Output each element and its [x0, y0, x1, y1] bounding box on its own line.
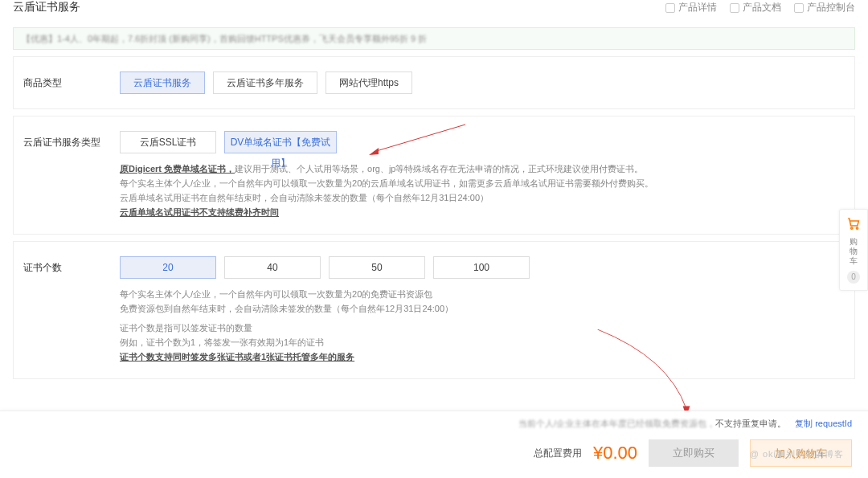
opt-product-proxy[interactable]: 网站代理https — [326, 71, 412, 94]
banner-text: 【优惠】1-4人、0年期起，7.6折封顶 (新购同享)，首购回馈HTTPS优惠券… — [22, 34, 427, 43]
link-label: 产品控制台 — [807, 1, 855, 14]
link-product-console[interactable]: 产品控制台 — [794, 1, 855, 14]
product-type-panel: 商品类型 云盾证书服务 云盾证书多年服务 网站代理https — [13, 56, 855, 109]
opt-count-50[interactable]: 50 — [329, 256, 425, 279]
link-label: 产品详情 — [678, 1, 717, 14]
add-to-cart-button[interactable]: 加入购物车 — [750, 439, 852, 467]
cert-count-label: 证书个数 — [23, 256, 120, 275]
cart-label: 购物车 — [840, 234, 867, 268]
service-type-desc: 原Digicert 免费单域名证书，建议用于测试、个人试用等场景，org、jp等… — [120, 161, 845, 219]
cert-count-desc: 每个实名主体个人/企业，一个自然年内可以领取一次数量为20的免费证书资源包 免费… — [120, 287, 845, 364]
cart-count: 0 — [847, 271, 860, 284]
service-type-label: 云盾证书服务类型 — [23, 131, 120, 149]
floating-cart[interactable]: 购物车 0 — [839, 209, 868, 291]
promo-banner: 【优惠】1-4人、0年期起，7.6折封顶 (新购同享)，首购回馈HTTPS优惠券… — [13, 27, 855, 50]
opt-product-multiyear[interactable]: 云盾证书多年服务 — [213, 71, 317, 94]
link-product-docs[interactable]: 产品文档 — [730, 1, 781, 14]
link-label: 产品文档 — [743, 1, 781, 14]
svg-point-2 — [851, 227, 853, 229]
link-product-detail[interactable]: 产品详情 — [665, 1, 717, 14]
product-type-label: 商品类型 — [23, 71, 120, 90]
service-type-panel: 云盾证书服务类型 云盾SSL证书 DV单域名证书【免费试用】 原Digicert… — [13, 116, 855, 235]
cert-count-panel: 证书个数 20 40 50 100 每个实名主体个人/企业，一个自然年内可以领取… — [13, 241, 855, 379]
total-label: 总配置费用 — [534, 447, 582, 460]
opt-count-40[interactable]: 40 — [224, 256, 321, 279]
opt-count-20[interactable]: 20 — [120, 256, 216, 279]
opt-product-cert[interactable]: 云盾证书服务 — [120, 71, 205, 94]
gear-icon — [794, 3, 804, 13]
doc-icon — [730, 3, 739, 13]
doc-icon — [665, 3, 675, 13]
opt-count-100[interactable]: 100 — [433, 256, 530, 279]
top-links: 产品详情 产品文档 产品控制台 — [665, 1, 855, 14]
total-price: ¥0.00 — [593, 443, 637, 464]
footer-bar: 当前个人/企业主体在本年度已经领取免费资源包，不支持重复申请。 复制 reque… — [0, 411, 868, 478]
page-title: 云盾证书服务 — [13, 0, 80, 14]
svg-point-3 — [856, 227, 858, 229]
opt-dv-free[interactable]: DV单域名证书【免费试用】 — [224, 131, 337, 153]
footer-msg: 当前个人/企业主体在本年度已经领取免费资源包，不支持重复申请。 复制 reque… — [0, 411, 868, 430]
opt-ssl-cert[interactable]: 云盾SSL证书 — [120, 131, 216, 153]
buy-now-button[interactable]: 立即购买 — [649, 439, 739, 467]
cart-icon — [840, 216, 867, 234]
copy-requestid-link[interactable]: 复制 requestId — [795, 419, 852, 428]
